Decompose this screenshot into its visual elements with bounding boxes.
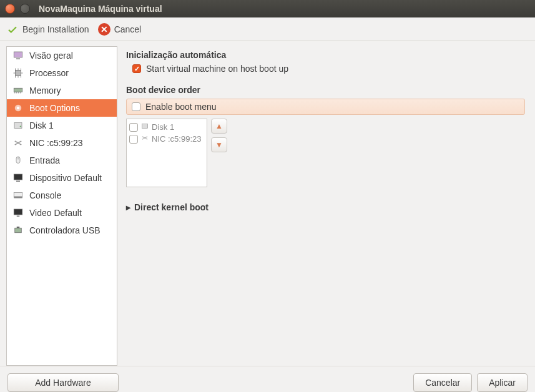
sidebar-item-label: Video Default xyxy=(29,208,82,218)
chevron-down-icon: ▼ xyxy=(215,140,223,149)
sidebar-item-video[interactable]: Video Default xyxy=(7,204,117,222)
chevron-right-icon: ▸ xyxy=(126,202,130,212)
titlebar: NovaMaquina Máquina virtual xyxy=(0,0,535,17)
gear-icon xyxy=(12,102,24,114)
sidebar-item-label: Disk 1 xyxy=(29,120,54,130)
bottom-bar: Add Hardware Cancelar Aplicar xyxy=(0,366,535,392)
autostart-title: Inicialização automática xyxy=(126,50,525,60)
sidebar-item-memory[interactable]: Memory xyxy=(7,82,117,99)
sidebar-item-disk1[interactable]: Disk 1 xyxy=(7,117,117,134)
apply-button[interactable]: Aplicar xyxy=(477,373,528,392)
window-title: NovaMaquina Máquina virtual xyxy=(39,4,162,14)
enable-boot-menu-label: Enable boot menu xyxy=(145,102,217,112)
sidebar-item-nic[interactable]: NIC :c5:99:23 xyxy=(7,134,117,152)
sidebar-item-overview[interactable]: Visão geral xyxy=(7,47,117,64)
nic-icon xyxy=(140,134,149,144)
sidebar-item-label: Entrada xyxy=(29,155,60,165)
svg-rect-15 xyxy=(17,216,20,217)
boot-list-item[interactable]: Disk 1 xyxy=(129,122,204,132)
cancel-footer-button[interactable]: Cancelar xyxy=(413,373,472,392)
display-icon xyxy=(12,172,24,184)
direct-kernel-boot-label: Direct kernel boot xyxy=(134,202,209,212)
monitor-icon xyxy=(12,49,24,62)
sidebar-item-label: NIC :c5:99:23 xyxy=(29,138,83,148)
cancel-footer-label: Cancelar xyxy=(425,378,460,388)
boot-item-checkbox[interactable] xyxy=(129,135,138,144)
svg-rect-10 xyxy=(14,174,22,180)
video-icon xyxy=(12,207,24,219)
direct-kernel-boot-expander[interactable]: ▸ Direct kernel boot xyxy=(126,202,525,212)
svg-rect-11 xyxy=(16,181,20,182)
sidebar-item-label: Console xyxy=(29,190,61,200)
window-close-icon[interactable] xyxy=(5,4,15,14)
sidebar-item-input[interactable]: Entrada xyxy=(7,152,117,169)
sidebar-item-label: Dispositivo Default xyxy=(29,173,102,183)
svg-point-7 xyxy=(20,125,21,127)
cancel-label: Cancel xyxy=(114,24,142,34)
boot-device-list[interactable]: Disk 1 NIC :c5:99:23 xyxy=(126,119,207,187)
enable-boot-menu-checkbox[interactable] xyxy=(132,102,140,111)
window-minimize-icon[interactable] xyxy=(20,4,30,14)
svg-rect-6 xyxy=(14,123,22,129)
enable-boot-menu-row: Enable boot menu xyxy=(126,99,525,115)
sidebar: Visão geral Processor Memory Boot Option… xyxy=(6,46,117,366)
memory-icon xyxy=(12,84,24,97)
svg-rect-2 xyxy=(16,71,21,76)
toolbar: Begin Installation ✕ Cancel xyxy=(0,17,535,41)
svg-rect-3 xyxy=(14,88,22,92)
sidebar-item-label: Boot Options xyxy=(29,103,80,113)
svg-rect-16 xyxy=(15,228,22,233)
mouse-icon xyxy=(12,154,24,167)
sidebar-item-boot-options[interactable]: Boot Options xyxy=(7,99,117,117)
add-hardware-button[interactable]: Add Hardware xyxy=(7,373,119,392)
nic-icon xyxy=(12,137,24,149)
move-up-button[interactable]: ▲ xyxy=(211,119,227,134)
boot-panel: Disk 1 NIC :c5:99:23 ▲ ▼ xyxy=(126,119,525,187)
svg-point-5 xyxy=(17,107,20,110)
chevron-up-icon: ▲ xyxy=(215,122,223,130)
check-icon xyxy=(6,23,19,36)
apply-label: Aplicar xyxy=(489,378,516,388)
body-area: Visão geral Processor Memory Boot Option… xyxy=(0,41,535,366)
svg-rect-17 xyxy=(17,227,20,228)
begin-installation-button[interactable]: Begin Installation xyxy=(6,23,89,36)
sidebar-item-label: Visão geral xyxy=(29,51,73,61)
boot-order-title: Boot device order xyxy=(126,85,525,95)
sidebar-item-display[interactable]: Dispositivo Default xyxy=(7,169,117,187)
svg-rect-18 xyxy=(142,124,147,129)
sidebar-item-console[interactable]: Console xyxy=(7,187,117,204)
autostart-checkbox[interactable] xyxy=(132,64,141,73)
move-down-button[interactable]: ▼ xyxy=(211,137,227,152)
sidebar-item-label: Memory xyxy=(29,86,61,96)
cancel-icon: ✕ xyxy=(98,23,110,36)
disk-icon xyxy=(140,122,149,132)
svg-rect-13 xyxy=(14,197,22,198)
boot-item-label: NIC :c5:99:23 xyxy=(152,134,202,144)
boot-list-item[interactable]: NIC :c5:99:23 xyxy=(129,134,204,144)
autostart-label: Start virtual machine on host boot up xyxy=(146,64,288,74)
sidebar-item-label: Processor xyxy=(29,68,69,78)
cancel-button[interactable]: ✕ Cancel xyxy=(98,23,142,36)
boot-reorder-controls: ▲ ▼ xyxy=(211,119,227,152)
content-pane: Inicialização automática Start virtual m… xyxy=(121,46,529,366)
sidebar-item-usb[interactable]: Controladora USB xyxy=(7,222,117,239)
add-hardware-label: Add Hardware xyxy=(35,378,91,388)
console-icon xyxy=(12,189,24,202)
usb-icon xyxy=(12,224,24,237)
boot-item-label: Disk 1 xyxy=(152,122,174,132)
sidebar-item-label: Controladora USB xyxy=(29,225,101,235)
svg-rect-14 xyxy=(14,209,22,215)
begin-installation-label: Begin Installation xyxy=(22,24,89,34)
disk-icon xyxy=(12,119,24,132)
cpu-icon xyxy=(12,67,24,79)
sidebar-item-processor[interactable]: Processor xyxy=(7,64,117,82)
svg-rect-0 xyxy=(14,52,22,57)
svg-rect-1 xyxy=(16,59,20,60)
boot-item-checkbox[interactable] xyxy=(129,123,138,132)
